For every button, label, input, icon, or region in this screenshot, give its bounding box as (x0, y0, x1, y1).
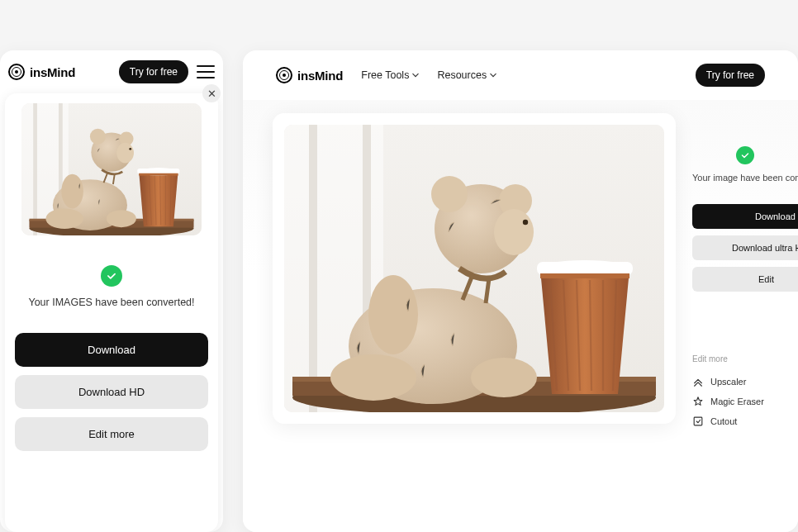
edit-more-section: Edit more Upscaler Magic Eraser (692, 354, 798, 431)
download-ultra-button[interactable]: Download ultra HD (692, 235, 798, 260)
tool-cutout[interactable]: Cutout (692, 411, 798, 431)
svg-point-49 (368, 275, 418, 354)
try-for-free-button[interactable]: Try for free (119, 60, 188, 83)
svg-point-43 (471, 358, 537, 397)
nav-label: Resources (437, 69, 487, 81)
edit-button[interactable]: Edit (692, 267, 798, 292)
mobile-result-panel: ✕ (5, 93, 218, 532)
desktop-body: Your image have been converted! Download… (243, 100, 798, 532)
desktop-preview-card: insMind Free Tools Resources Try for fre… (243, 50, 798, 532)
tool-label: Cutout (710, 416, 737, 426)
svg-point-23 (129, 148, 131, 150)
svg-rect-27 (309, 125, 317, 412)
result-image (21, 103, 202, 235)
svg-point-20 (90, 129, 106, 145)
nav-label: Free Tools (361, 69, 409, 81)
svg-rect-9 (139, 173, 178, 176)
svg-point-48 (523, 220, 528, 225)
mobile-header: insMind Try for free (0, 50, 223, 93)
download-button[interactable]: Download (692, 204, 798, 229)
mobile-preview-card: insMind Try for free ✕ (0, 50, 223, 532)
logo[interactable]: insMind (276, 67, 343, 83)
svg-point-47 (494, 209, 534, 255)
logo-text: insMind (297, 69, 343, 83)
svg-point-42 (330, 354, 416, 401)
svg-point-17 (45, 208, 83, 229)
result-image (284, 125, 664, 412)
svg-rect-33 (537, 262, 633, 275)
upscaler-icon (692, 376, 704, 387)
side-panel: Your image have been converted! Download… (692, 113, 798, 532)
svg-rect-2 (33, 103, 37, 235)
result-image-frame (273, 113, 676, 424)
tool-label: Upscaler (710, 377, 746, 387)
tool-magic-eraser[interactable]: Magic Eraser (692, 392, 798, 411)
nav-free-tools[interactable]: Free Tools (361, 69, 419, 81)
svg-rect-34 (540, 273, 629, 278)
logo[interactable]: insMind (8, 64, 75, 80)
status-message: Your IMAGES have been converted! (15, 297, 208, 308)
download-hd-button[interactable]: Download HD (15, 375, 208, 409)
chevron-down-icon (412, 72, 419, 78)
svg-point-45 (431, 176, 468, 212)
try-for-free-button[interactable]: Try for free (696, 64, 765, 87)
tool-label: Magic Eraser (710, 397, 764, 406)
status-message: Your image have been converted! (692, 173, 798, 183)
nav-resources[interactable]: Resources (437, 69, 496, 81)
close-icon[interactable]: ✕ (202, 84, 221, 102)
tool-upscaler[interactable]: Upscaler (692, 372, 798, 392)
success-check-icon (101, 265, 122, 287)
edit-more-label: Edit more (692, 354, 798, 363)
menu-icon[interactable] (197, 65, 215, 78)
logo-icon (8, 64, 25, 80)
logo-icon (276, 67, 292, 83)
desktop-header: insMind Free Tools Resources Try for fre… (243, 50, 798, 100)
edit-more-button[interactable]: Edit more (15, 417, 208, 451)
download-button[interactable]: Download (15, 333, 208, 367)
chevron-down-icon (490, 72, 496, 78)
logo-text: insMind (30, 65, 75, 79)
svg-point-18 (107, 210, 136, 227)
cutout-icon (692, 416, 704, 427)
success-check-icon (736, 146, 754, 164)
svg-point-24 (61, 174, 83, 209)
svg-rect-8 (137, 169, 179, 174)
svg-rect-50 (694, 417, 702, 425)
magic-eraser-icon (692, 396, 704, 407)
svg-point-22 (116, 143, 134, 164)
